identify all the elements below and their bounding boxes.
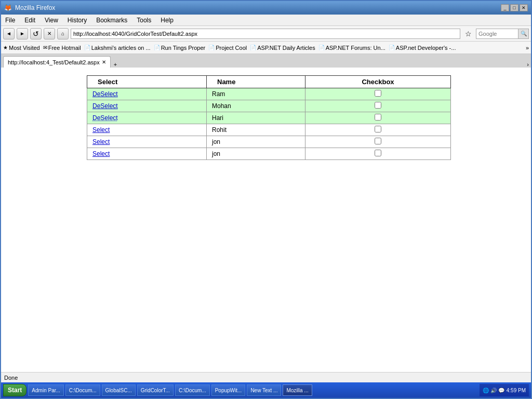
start-button[interactable]: Start [3,384,26,396]
row-checkbox[interactable] [375,114,381,121]
taskbar: Start Admin Par... C:\Docum... GlobalSC.… [1,382,531,398]
bookmark-lakshmi[interactable]: 📄 Lakshmi's articles on ... [84,45,151,51]
tab-label: http://localhost:4_Test/Default2.aspx [8,59,100,65]
bookmark-icon-aspnet-dev: 📄 [389,45,395,50]
taskbar-item-1[interactable]: C:\Docum... [65,384,100,396]
bookmark-most-visited[interactable]: ★ Most Visited [3,45,40,51]
menu-help[interactable]: Help [158,16,176,24]
tab-bar: http://localhost:4_Test/Default2.aspx ✕ … [1,54,531,68]
bookmark-label: Lakshmi's articles on ... [91,45,151,51]
taskbar-item-6[interactable]: New Text ... [247,384,281,396]
taskbar-item-4[interactable]: C:\Docum... [175,384,210,396]
select-link[interactable]: Select [92,126,110,134]
checkbox-cell [305,112,451,124]
taskbar-item-0[interactable]: Admin Par... [28,384,63,396]
stop-button[interactable]: ✕ [44,28,55,39]
col-header-checkbox: Checkbox [305,76,451,88]
taskbar-item-7[interactable]: Mozilla ... [283,384,312,396]
taskbar-item-2[interactable]: GlobalSC... [102,384,136,396]
bookmark-label: Project Cool [216,45,247,51]
row-checkbox[interactable] [375,126,381,132]
menu-history[interactable]: History [65,16,89,24]
title-bar-left: 🦊 Mozilla Firefox [4,4,55,11]
bookmark-label: Most Visited [9,45,40,51]
status-text: Done [4,375,18,381]
menu-tools[interactable]: Tools [135,16,153,24]
deselect-link[interactable]: DeSelect [92,114,118,122]
most-visited-icon: ★ [3,45,8,50]
bookmark-label: ASP.NET Forums: Un... [326,45,385,51]
hotmail-icon: ✉ [43,45,47,50]
menu-file[interactable]: File [3,16,17,24]
bookmark-label: ASP.NET Daily Articles [257,45,315,51]
menu-bookmarks[interactable]: Bookmarks [94,16,129,24]
taskbar-tray: 🌐 🔊 💬 4:59 PM [480,384,529,396]
table-row: DeSelectHari [87,112,451,124]
minimize-button[interactable]: _ [501,4,509,11]
table-row: Selectjon [87,148,451,160]
row-checkbox[interactable] [375,90,381,97]
taskbar-item-3[interactable]: GridColorT... [137,384,174,396]
forward-button[interactable]: ► [17,28,28,39]
deselect-link[interactable]: DeSelect [92,90,118,98]
clock: 4:59 PM [507,388,526,393]
bookmarks-bar: ★ Most Visited ✉ Free Hotmail 📄 Lakshmi'… [1,42,531,54]
bookmark-icon-aspnet-forums: 📄 [318,45,325,50]
row-checkbox[interactable] [375,150,381,156]
row-checkbox[interactable] [375,138,381,144]
browser-title: Mozilla Firefox [15,4,55,11]
bookmark-icon-aspnet-daily: 📄 [250,45,256,50]
start-label: Start [8,387,22,394]
close-button[interactable]: ✕ [520,4,528,11]
maximize-button[interactable]: □ [510,4,518,11]
bookmark-hotmail[interactable]: ✉ Free Hotmail [43,45,81,51]
bookmark-aspnet-daily[interactable]: 📄 ASP.NET Daily Articles [250,45,315,51]
taskbar-item-5[interactable]: PopupWit... [211,384,246,396]
bookmark-icon-lakshmi: 📄 [84,45,90,50]
search-container: 🔍 [476,29,529,39]
checkbox-cell [305,100,451,112]
bookmark-aspnet-forums[interactable]: 📄 ASP.NET Forums: Un... [318,45,385,51]
menu-edit[interactable]: Edit [22,16,37,24]
bookmark-aspnet-dev[interactable]: 📄 ASP.net Developer's -... [389,45,456,51]
search-go-button[interactable]: 🔍 [518,29,528,38]
row-checkbox[interactable] [375,102,381,109]
checkbox-cell [305,136,451,148]
bookmark-icon-run-tings: 📄 [154,45,160,50]
name-cell: Mohan [207,100,305,112]
content-area: Select Name Checkbox DeSelectRamDeSelect… [1,68,531,372]
new-tab-button[interactable]: + [114,61,117,68]
bookmark-project-cool[interactable]: 📄 Project Cool [208,45,247,51]
title-bar: 🦊 Mozilla Firefox _ □ ✕ [1,1,531,15]
name-cell: Rohit [207,124,305,136]
bookmark-label: Free Hotmail [48,45,81,51]
tab-scroll-right[interactable]: › [527,61,529,68]
bookmarks-more-button[interactable]: » [526,45,529,51]
table-row: SelectRohit [87,124,451,136]
tab-close-button[interactable]: ✕ [102,59,106,65]
deselect-link[interactable]: DeSelect [92,102,118,110]
select-link[interactable]: Select [92,138,110,145]
back-button[interactable]: ◄ [3,28,15,39]
nav-bar: ◄ ► ↺ ✕ ⌂ ☆ 🔍 [1,26,531,42]
data-grid: Select Name Checkbox DeSelectRamDeSelect… [87,75,451,160]
home-button[interactable]: ⌂ [57,28,69,39]
browser-icon: 🦊 [4,4,12,11]
select-link[interactable]: Select [92,150,110,157]
table-row: Selectjon [87,136,451,148]
bookmark-label: ASP.net Developer's -... [396,45,456,51]
col-header-select: Select [87,76,207,88]
menu-view[interactable]: View [43,16,60,24]
reload-button[interactable]: ↺ [30,28,42,39]
bookmark-icon-project-cool: 📄 [208,45,215,50]
browser-tab[interactable]: http://localhost:4_Test/Default2.aspx ✕ [3,56,111,68]
table-row: DeSelectMohan [87,100,451,112]
bookmark-run-tings[interactable]: 📄 Run Tings Proper [154,45,206,51]
col-header-name: Name [207,76,305,88]
checkbox-cell [305,148,451,160]
search-input[interactable] [476,29,518,38]
bookmark-star-button[interactable]: ☆ [462,28,474,39]
checkbox-cell [305,88,451,100]
address-bar[interactable] [71,29,460,39]
tray-icons: 🌐 🔊 💬 [483,388,504,393]
